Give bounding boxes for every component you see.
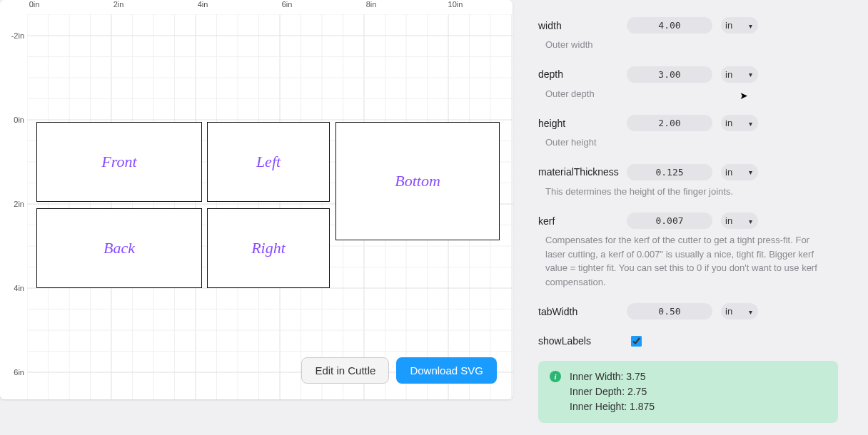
ruler-tick: 0in bbox=[29, 0, 40, 9]
param-desc: Outer depth bbox=[545, 87, 831, 101]
param-desc: Outer width bbox=[545, 38, 831, 52]
piece-label: Left bbox=[256, 153, 281, 171]
ruler-tick: 4in bbox=[14, 284, 24, 292]
param-label-depth: depth bbox=[538, 68, 627, 80]
param-label-kerf: kerf bbox=[538, 215, 627, 227]
info-icon: i bbox=[550, 371, 561, 382]
ruler-tick: 10in bbox=[448, 0, 463, 9]
depth-unit-select[interactable]: in bbox=[721, 66, 758, 83]
info-inner-depth: Inner Depth: 2.75 bbox=[570, 384, 655, 399]
ruler-tick: 2in bbox=[113, 0, 124, 9]
piece-front[interactable]: Front bbox=[36, 122, 202, 202]
piece-back[interactable]: Back bbox=[36, 208, 202, 288]
param-label-height: height bbox=[538, 118, 627, 129]
ruler-tick: 0in bbox=[14, 116, 24, 124]
height-unit-select[interactable]: in bbox=[721, 115, 758, 131]
piece-label: Right bbox=[251, 239, 286, 257]
download-svg-button[interactable]: Download SVG bbox=[396, 357, 497, 384]
ruler-tick: 6in bbox=[282, 0, 293, 9]
width-unit-select[interactable]: in bbox=[721, 17, 758, 34]
param-label-material-thickness: materialThickness bbox=[538, 166, 627, 178]
show-labels-checkbox[interactable] bbox=[631, 336, 642, 347]
piece-label: Back bbox=[104, 239, 135, 257]
params-panel: width in ▾ Outer width depth in ▾ Outer … bbox=[538, 0, 852, 435]
info-inner-width: Inner Width: 3.75 bbox=[570, 369, 655, 384]
piece-bottom[interactable]: Bottom bbox=[335, 122, 500, 240]
kerf-input[interactable] bbox=[627, 213, 712, 229]
edit-in-cuttle-button[interactable]: Edit in Cuttle bbox=[301, 357, 389, 384]
depth-input[interactable] bbox=[627, 66, 712, 83]
kerf-unit-select[interactable]: in bbox=[721, 213, 758, 229]
material-thickness-input[interactable] bbox=[627, 164, 712, 180]
param-label-width: width bbox=[538, 20, 627, 31]
piece-left[interactable]: Left bbox=[207, 122, 330, 202]
param-desc: Outer height bbox=[545, 135, 831, 150]
tab-width-unit-select[interactable]: in bbox=[721, 303, 758, 319]
info-inner-height: Inner Height: 1.875 bbox=[570, 399, 655, 414]
tab-width-input[interactable] bbox=[627, 303, 712, 319]
param-desc: This determines the height of the finger… bbox=[545, 185, 831, 199]
ruler-top: 0in 2in 4in 6in 8in 10in bbox=[27, 0, 513, 14]
ruler-tick: 4in bbox=[198, 0, 208, 9]
ruler-left: -2in 0in 2in 4in 6in bbox=[0, 14, 27, 399]
piece-label: Front bbox=[101, 153, 136, 171]
param-label-tab-width: tabWidth bbox=[538, 306, 627, 317]
material-thickness-unit-select[interactable]: in bbox=[721, 164, 758, 180]
width-input[interactable] bbox=[627, 17, 712, 34]
height-input[interactable] bbox=[627, 115, 712, 131]
ruler-tick: -2in bbox=[11, 31, 24, 40]
ruler-tick: 6in bbox=[14, 368, 24, 377]
ruler-tick: 2in bbox=[14, 200, 24, 208]
info-box: i Inner Width: 3.75 Inner Depth: 2.75 In… bbox=[538, 361, 838, 423]
ruler-tick: 8in bbox=[366, 0, 377, 9]
param-label-show-labels: showLabels bbox=[538, 335, 627, 347]
piece-right[interactable]: Right bbox=[207, 208, 330, 288]
param-desc: Compensates for the kerf of the cutter t… bbox=[545, 233, 831, 289]
canvas-viewport[interactable]: Front Left Back Right Bottom bbox=[27, 14, 513, 399]
piece-label: Bottom bbox=[395, 172, 440, 190]
canvas-area: 0in 2in 4in 6in 8in 10in -2in 0in 2in 4i… bbox=[0, 0, 513, 399]
